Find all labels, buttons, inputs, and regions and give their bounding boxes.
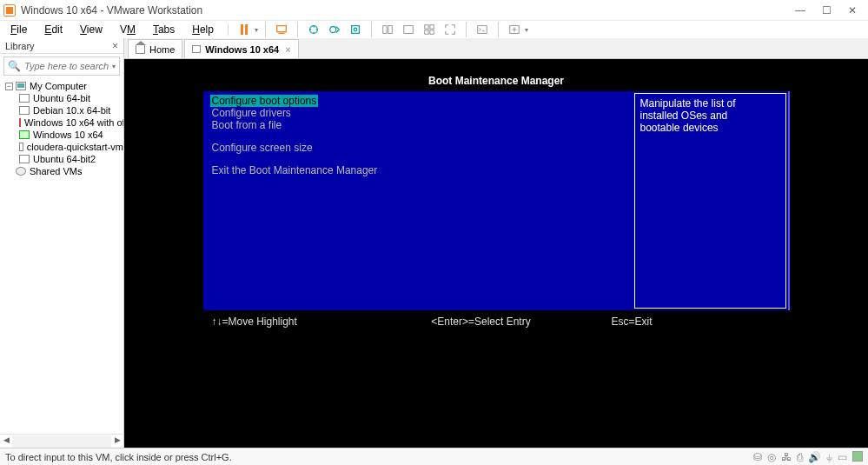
horizontal-scrollbar[interactable]: ◀ ▶	[0, 434, 123, 448]
app-icon	[3, 4, 16, 17]
bios-screen: Boot Maintenance Manager Configure boot …	[203, 75, 790, 328]
bios-option-exit[interactable]: Exit the Boot Maintenance Manager	[210, 164, 626, 176]
svg-rect-11	[430, 30, 434, 34]
vm-icon	[19, 155, 30, 163]
collapse-icon[interactable]: −	[5, 83, 13, 90]
tree-item-vm[interactable]: Debian 10.x 64-bit	[0, 104, 123, 116]
tree-label: Ubuntu 64-bit	[33, 93, 90, 103]
computer-icon	[16, 82, 26, 90]
menu-edit[interactable]: Edit	[37, 23, 70, 36]
tree-shared-vms[interactable]: Shared VMs	[0, 165, 123, 177]
tab-win10x64[interactable]: Windows 10 x64 ×	[184, 39, 298, 58]
tree-label: Shared VMs	[30, 166, 83, 176]
content-area: Home Windows 10 x64 × Boot Maintenance M…	[124, 38, 868, 448]
tree-item-vm[interactable]: cloudera-quickstart-vm	[0, 141, 123, 153]
close-button[interactable]: ✕	[847, 4, 858, 17]
bios-footer: ↑↓=Move Highlight <Enter>=Select Entry E…	[203, 310, 790, 328]
menu-file[interactable]: File	[3, 23, 34, 36]
tab-label: Home	[149, 44, 175, 55]
vm-icon	[19, 118, 21, 127]
close-library-button[interactable]: ×	[112, 40, 118, 52]
snapshot-button[interactable]	[305, 21, 322, 38]
bios-help-line: Manipulate the list of	[640, 97, 780, 110]
bios-option-drivers[interactable]: Configure drivers	[210, 107, 626, 119]
search-input[interactable]	[24, 61, 109, 71]
menu-view[interactable]: View	[73, 23, 109, 36]
view-unity-button[interactable]	[400, 21, 417, 38]
console-button[interactable]	[474, 21, 491, 38]
send-ctrl-alt-del-button[interactable]	[273, 21, 290, 38]
search-icon: 🔍	[8, 60, 21, 72]
bios-option-boot[interactable]: Configure boot options	[210, 95, 319, 107]
tab-strip: Home Windows 10 x64 ×	[124, 38, 868, 59]
menu-tabs[interactable]: Tabs	[146, 23, 182, 36]
bios-option-screen[interactable]: Configure screen size	[210, 142, 626, 154]
svg-rect-10	[425, 30, 428, 34]
svg-rect-6	[388, 26, 392, 34]
svg-rect-9	[430, 25, 434, 29]
maximize-button[interactable]: ☐	[821, 4, 832, 17]
vm-console[interactable]: Boot Maintenance Manager Configure boot …	[124, 59, 868, 448]
bios-menu: Configure boot options Configure drivers…	[203, 91, 633, 310]
bios-hint-select: <Enter>=Select Entry	[386, 316, 577, 328]
stretch-button[interactable]	[506, 21, 523, 38]
tree-item-vm[interactable]: Windows 10 x64	[0, 129, 123, 141]
svg-rect-7	[404, 26, 414, 34]
status-bar: To direct input to this VM, click inside…	[0, 448, 868, 465]
library-search[interactable]: 🔍 ▾	[3, 56, 120, 76]
status-hint: To direct input to this VM, click inside…	[5, 452, 232, 462]
view-fullscreen-button[interactable]	[441, 21, 459, 38]
revert-button[interactable]	[347, 21, 364, 38]
home-icon	[136, 45, 145, 54]
bios-hint-esc: Esc=Exit	[577, 316, 781, 328]
tab-home[interactable]: Home	[128, 39, 182, 58]
tree-label: Debian 10.x 64-bit	[33, 105, 110, 116]
usb-icon[interactable]: ⏚	[826, 451, 832, 463]
svg-rect-5	[383, 26, 387, 34]
minimize-button[interactable]: —	[795, 4, 805, 17]
menu-vm[interactable]: VM	[113, 23, 142, 36]
svg-rect-0	[277, 26, 287, 32]
tree-item-vm[interactable]: Ubuntu 64-bit2	[0, 153, 123, 165]
tree-label: cloudera-quickstart-vm	[27, 142, 123, 152]
library-header: Library ×	[0, 38, 123, 54]
cd-icon[interactable]: ◎	[767, 451, 776, 463]
scroll-left-icon[interactable]: ◀	[0, 435, 12, 448]
view-thumbnails-button[interactable]	[421, 21, 438, 38]
snapshot-manager-button[interactable]	[326, 21, 343, 38]
printer-icon[interactable]: ⎙	[797, 451, 803, 463]
separator	[228, 23, 229, 36]
bios-hint-move: ↑↓=Move Highlight	[212, 316, 386, 328]
shared-icon	[16, 167, 26, 176]
tree-item-vm[interactable]: Windows 10 x64 with of	[0, 116, 123, 129]
sound-icon[interactable]: 🔊	[808, 451, 821, 463]
bios-help-panel: Manipulate the list of installed OSes an…	[634, 93, 786, 309]
svg-point-2	[330, 27, 336, 33]
svg-rect-12	[478, 26, 487, 34]
dropdown-caret-icon[interactable]: ▾	[255, 26, 258, 34]
display-icon[interactable]: ▭	[838, 451, 847, 463]
tree-label: Ubuntu 64-bit2	[33, 154, 96, 164]
view-single-button[interactable]	[379, 21, 396, 38]
tab-label: Windows 10 x64	[205, 44, 279, 55]
dropdown-caret-icon[interactable]: ▾	[525, 26, 528, 34]
vm-icon	[19, 143, 23, 151]
network-icon[interactable]: 🖧	[781, 451, 792, 463]
scroll-track[interactable]	[12, 435, 111, 448]
svg-point-4	[354, 28, 357, 31]
tree-item-vm[interactable]: Ubuntu 64-bit	[0, 92, 123, 104]
bios-option-file[interactable]: Boot from a file	[210, 119, 626, 131]
message-icon[interactable]	[852, 451, 863, 462]
separator	[297, 22, 298, 37]
hdd-icon[interactable]: ⛁	[753, 451, 762, 463]
scroll-right-icon[interactable]: ▶	[111, 435, 123, 448]
tab-close-button[interactable]: ×	[285, 44, 290, 55]
pause-button[interactable]	[235, 21, 253, 38]
menu-help[interactable]: Help	[185, 23, 221, 36]
svg-rect-8	[425, 25, 428, 29]
search-dropdown-icon[interactable]: ▾	[112, 63, 116, 70]
title-bar: Windows 10 x64 - VMware Workstation — ☐ …	[0, 0, 868, 21]
menu-bar: File Edit View VM Tabs Help ▾ ▾	[0, 21, 868, 38]
device-tray: ⛁ ◎ 🖧 ⎙ 🔊 ⏚ ▭	[753, 451, 863, 463]
tree-root-mycomputer[interactable]: − My Computer	[0, 80, 123, 92]
